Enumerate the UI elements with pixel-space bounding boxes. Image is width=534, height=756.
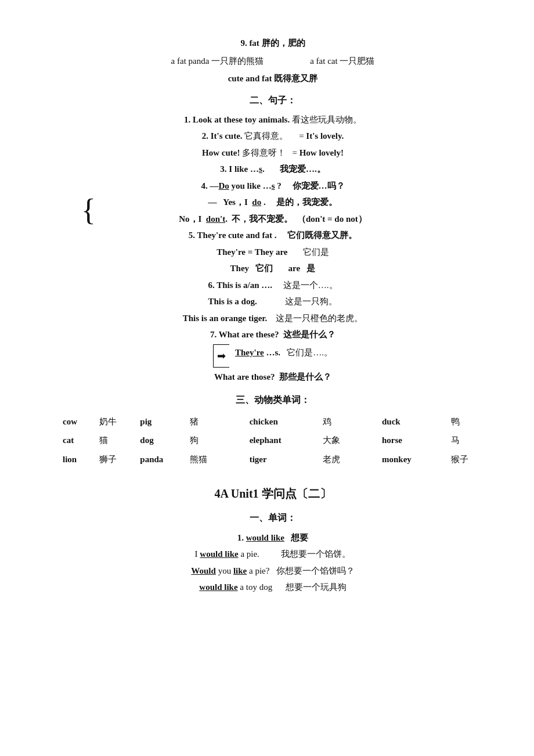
sentence-13: 7. What are these? 这些是什么？ [58, 326, 488, 343]
animal-chicken-zh: 鸡 [318, 412, 359, 431]
animal-dog-zh: 狗 [185, 431, 226, 450]
animal-lion-zh: 狮子 [95, 450, 135, 469]
would-like-ex1: I would like a pie. 我想要一个馅饼。 [58, 546, 488, 563]
animal-elephant-en: elephant [226, 431, 318, 450]
animal-panda-zh: 熊猫 [185, 450, 226, 469]
animal-tiger-zh: 老虎 [318, 450, 359, 469]
animal-duck-zh: 鸭 [446, 412, 488, 431]
s9-text: They 它们 are 是 [230, 264, 316, 273]
sentence-5: 4. —Do you like …s ? 你宠爱…吗？ [58, 178, 488, 195]
theyre-line: They're …s. 它们是….。 [235, 344, 333, 361]
ex1-text: I would like a pie. 我想要一个馅饼。 [195, 549, 351, 559]
s1-text: 1. Look at these toy animals. 看这些玩具动物。 [184, 115, 362, 124]
sentence-15: What are those? 那些是什么？ [58, 369, 488, 386]
arrow-right: ➡ [217, 346, 226, 366]
s8-text: They're = They are 它们是 [217, 247, 329, 257]
sentence-2: 2. It's cute. 它真得意。 = It's lovely. [58, 128, 488, 145]
s11-text: This is a dog. 这是一只狗。 [208, 297, 338, 306]
sentence-10: 6. This is a/an …. 这是一个….。 [58, 277, 488, 294]
would-like-text: 1. would like 想要 [237, 533, 309, 542]
animal-pig-en: pig [135, 412, 185, 431]
animal-duck-en: duck [359, 412, 446, 431]
fat-examples: a fat panda 一只胖的熊猫 a fat cat 一只肥猫 [58, 53, 488, 70]
animal-dog-en: dog [135, 431, 185, 450]
animal-horse-zh: 马 [446, 431, 488, 450]
animal-cat-zh: 猫 [95, 431, 135, 450]
page: 9. fat 胖的，肥的 a fat panda 一只胖的熊猫 a fat ca… [0, 0, 534, 756]
sentence-12: This is an orange tiger. 这是一只橙色的老虎。 [58, 310, 488, 327]
s12-text: This is an orange tiger. 这是一只橙色的老虎。 [183, 314, 363, 323]
animal-row-3: lion 狮子 panda 熊猫 tiger 老虎 monkey 猴子 [58, 450, 488, 469]
fat-heading: 9. fat 胖的，肥的 [58, 35, 488, 52]
animal-monkey-en: monkey [359, 450, 446, 469]
animal-chicken-en: chicken [226, 412, 318, 431]
section1-title: 一、单词： [58, 509, 488, 527]
animal-elephant-zh: 大象 [318, 431, 359, 450]
ex2-text: Would you like a pie? 你想要一个馅饼吗？ [191, 566, 354, 575]
s2-text: 2. It's cute. 它真得意。 = It's lovely. [202, 131, 344, 141]
animal-pig-zh: 猪 [185, 412, 226, 431]
s15-text: What are those? 那些是什么？ [214, 372, 331, 381]
s10-text: 6. This is a/an …. 这是一个….。 [208, 280, 337, 290]
fat-cat: a fat cat 一只肥猫 [310, 53, 374, 70]
would-like-ex2: Would you like a pie? 你想要一个馅饼吗？ [58, 563, 488, 579]
animal-horse-en: horse [359, 431, 446, 450]
sentence-11: This is a dog. 这是一只狗。 [58, 293, 488, 310]
s7-text: 5. They're cute and fat . 它们既得意又胖。 [189, 231, 357, 240]
cute-and-fat: cute and fat 既得意又胖 [58, 70, 488, 87]
animals-table: cow 奶牛 pig 猪 chicken 鸡 duck 鸭 cat 猫 dog … [58, 412, 488, 469]
section2-title: 二、句子： [58, 92, 488, 109]
section3-title: 三、动物类单词： [58, 391, 488, 409]
sentence-8: They're = They are 它们是 [58, 244, 488, 261]
unit2-title: 4A Unit1 学问点〔二〕 [58, 483, 488, 505]
yes-text: — Yes，I do . 是的，我宠爱。 [208, 197, 338, 207]
sentence-4: 3. I like …s. 我宠爱….。 [58, 161, 488, 178]
animal-cow-zh: 奶牛 [95, 412, 135, 431]
s3-text: How cute! 多得意呀！ = How lovely! [202, 148, 344, 157]
would-like-ex3: would like a toy dog 想要一个玩具狗 [58, 579, 488, 596]
sentence-7: 5. They're cute and fat . 它们既得意又胖。 [58, 227, 488, 244]
arrow-bracket-group: ➡ They're …s. 它们是….。 [58, 344, 488, 368]
animal-cat-en: cat [58, 431, 95, 450]
animal-row-1: cow 奶牛 pig 猪 chicken 鸡 duck 鸭 [58, 412, 488, 431]
sentence-1: 1. Look at these toy animals. 看这些玩具动物。 [58, 111, 488, 128]
sentence-9: They 它们 are 是 [58, 260, 488, 277]
animal-row-2: cat 猫 dog 狗 elephant 大象 horse 马 [58, 431, 488, 450]
no-line: No，I don't. 不，我不宠爱。 （don't = do not） [99, 211, 447, 228]
animal-panda-en: panda [135, 450, 185, 469]
yes-line: — Yes，I do . 是的，我宠爱。 [99, 194, 447, 211]
s4-text: 3. I like …s. 我宠爱….。 [220, 164, 325, 174]
s13-text: 7. What are these? 这些是什么？ [210, 330, 335, 339]
would-like-heading: 1. would like 想要 [58, 530, 488, 546]
bracket-box: ➡ [213, 344, 229, 368]
animal-cow-en: cow [58, 412, 95, 431]
sentence-3: How cute! 多得意呀！ = How lovely! [58, 145, 488, 161]
animal-tiger-en: tiger [226, 450, 318, 469]
brace-group: { — Yes，I do . 是的，我宠爱。 No，I don't. 不，我不宠… [99, 194, 447, 227]
brace-symbol: { [81, 195, 96, 225]
no-text: No，I don't. 不，我不宠爱。 （don't = do not） [179, 214, 367, 224]
animal-monkey-zh: 猴子 [446, 450, 488, 469]
s5-text: 4. —Do you like …s ? 你宠爱…吗？ [201, 181, 344, 190]
ex3-text: would like a toy dog 想要一个玩具狗 [199, 582, 346, 592]
theyre-lines: They're …s. 它们是….。 [235, 344, 333, 361]
animal-lion-en: lion [58, 450, 95, 469]
fat-panda: a fat panda 一只胖的熊猫 [171, 53, 264, 70]
